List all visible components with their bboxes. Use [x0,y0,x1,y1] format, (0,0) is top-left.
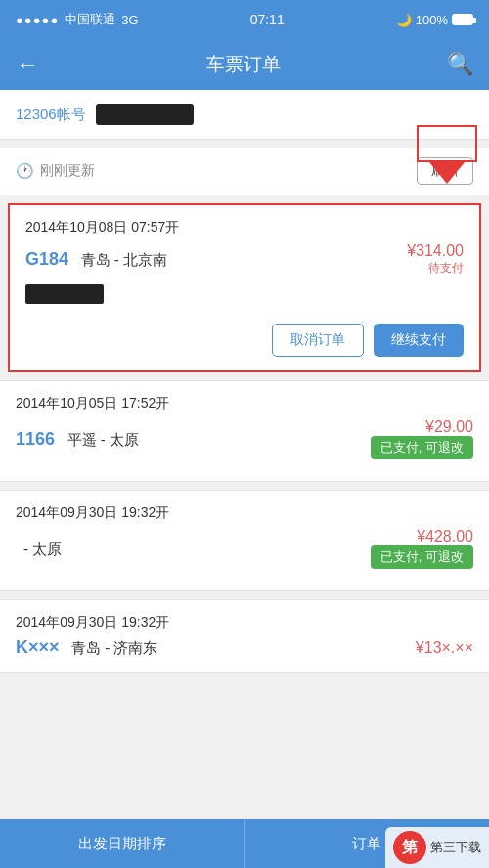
ticket-masked-1 [25,284,104,304]
order-card-1: 2014年10月08日 07:57开 G184 青岛 - 北京南 ¥314.00… [8,203,481,372]
watermark-icon: 第 [393,831,426,864]
signal-dots: ●●●●● [16,13,59,27]
continue-pay-button[interactable]: 继续支付 [374,324,464,357]
order-price-block-4: ¥13×.×× [416,639,473,657]
order-actions-1: 取消订单 继续支付 [25,324,464,357]
order-route-4: K××× 青岛 - 济南东 ¥13×.×× [16,637,473,658]
update-bar: 🕐 刚刚更新 刷新 [0,148,489,195]
bottom-bar: 出发日期排序 订单 第 第三下载 [0,819,489,868]
order-card-4: 2014年09月30日 19:32开 K××× 青岛 - 济南东 ¥13×.×× [0,599,489,673]
train-number-2: 1166 [16,429,55,449]
moon-icon: 🌙 [396,13,412,27]
price-2: ¥29.00 [425,418,473,436]
status-right: 🌙 100% [396,13,473,27]
order-route-3: - 太原 ¥428.00 已支付, 可退改 [16,528,473,569]
order-route-2: 1166 平遥 - 太原 ¥29.00 已支付, 可退改 [16,418,473,459]
battery-label: 100% [416,13,448,27]
status-time: 07:11 [250,12,285,27]
update-text: 刚刚更新 [40,162,95,180]
back-button[interactable]: ← [16,51,39,78]
order-card-3: 2014年09月30日 19:32开 - 太原 ¥428.00 已支付, 可退改 [0,490,489,591]
order-card-2: 2014年10月05日 17:52开 1166 平遥 - 太原 ¥29.00 已… [0,380,489,482]
route-text-1: 青岛 - 北京南 [81,251,167,268]
status-bar: ●●●●● 中国联通 3G 07:11 🌙 100% [0,0,489,39]
status-badge-3: 已支付, 可退改 [371,545,473,569]
update-status: 🕐 刚刚更新 [16,162,95,180]
route-text-2: 平遥 - 太原 [67,431,139,448]
nav-bar: ← 车票订单 🔍 [0,39,489,90]
order-price-block-1: ¥314.00 待支付 [407,242,464,277]
content-area: 12306帐号 🕐 刚刚更新 刷新 2014年10月08日 07:57开 G18… [0,90,489,819]
sort-by-date-button[interactable]: 出发日期排序 [0,819,245,868]
arrow-down-icon [429,162,465,184]
account-section: 12306帐号 [0,90,489,140]
price-3: ¥428.00 [417,528,473,545]
annotation-overlay [417,125,477,184]
clock-icon: 🕐 [16,162,34,180]
account-masked [96,104,194,125]
network-label: 3G [121,13,138,27]
status-badge-2: 已支付, 可退改 [371,436,473,459]
route-text-3: - 太原 [23,541,62,557]
carrier-label: 中国联通 [65,11,115,28]
order-date-3: 2014年09月30日 19:32开 [16,504,473,522]
price-status-1: 待支付 [428,260,464,277]
search-icon[interactable]: 🔍 [447,52,473,77]
order-price-block-3: ¥428.00 已支付, 可退改 [371,528,473,569]
order-date-4: 2014年09月30日 19:32开 [16,614,473,631]
watermark-text: 第三下载 [430,839,481,856]
order-price-block-2: ¥29.00 已支付, 可退改 [371,418,473,459]
cancel-order-button[interactable]: 取消订单 [272,324,364,357]
status-left: ●●●●● 中国联通 3G [16,11,139,28]
order-date-2: 2014年10月05日 17:52开 [16,395,473,412]
account-label: 12306帐号 [16,106,86,124]
route-text-4: 青岛 - 济南东 [71,639,157,656]
order-date-1: 2014年10月08日 07:57开 [25,219,464,237]
price-4: ¥13×.×× [416,639,473,657]
train-number-4: K××× [16,637,60,657]
watermark: 第 第三下载 [385,827,489,868]
price-1: ¥314.00 [407,242,464,260]
page-title: 车票订单 [206,52,281,77]
order-route-1: G184 青岛 - 北京南 ¥314.00 待支付 [25,242,464,277]
red-highlight-box [417,125,477,162]
train-number-1: G184 [25,249,68,269]
battery-icon [452,14,473,25]
